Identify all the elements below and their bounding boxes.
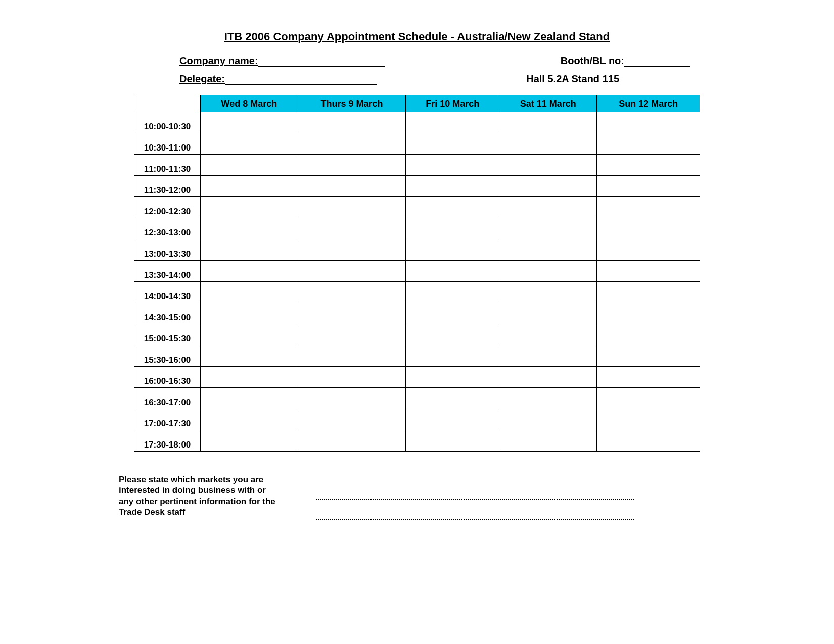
appointment-cell[interactable]: [298, 388, 406, 409]
appointment-cell[interactable]: [201, 218, 298, 239]
appointment-cell[interactable]: [201, 239, 298, 261]
appointment-cell[interactable]: [499, 303, 597, 324]
appointment-cell[interactable]: [597, 324, 700, 345]
appointment-cell[interactable]: [298, 324, 406, 345]
appointment-cell[interactable]: [298, 218, 406, 239]
appointment-cell[interactable]: [499, 239, 597, 261]
appointment-cell[interactable]: [298, 197, 406, 218]
appointment-cell[interactable]: [298, 112, 406, 133]
appointment-cell[interactable]: [406, 176, 499, 197]
timeslot-label: 10:30-11:00: [134, 133, 201, 155]
document-title: ITB 2006 Company Appointment Schedule - …: [114, 30, 720, 43]
appointment-cell[interactable]: [406, 430, 499, 452]
appointment-cell[interactable]: [201, 324, 298, 345]
appointment-cell[interactable]: [499, 409, 597, 430]
appointment-cell[interactable]: [499, 388, 597, 409]
appointment-cell[interactable]: [406, 197, 499, 218]
appointment-cell[interactable]: [597, 197, 700, 218]
appointment-cell[interactable]: [597, 409, 700, 430]
delegate-field[interactable]: [225, 73, 377, 85]
appointment-cell[interactable]: [201, 261, 298, 282]
appointment-cell[interactable]: [597, 430, 700, 452]
appointment-cell[interactable]: [597, 367, 700, 388]
appointment-cell[interactable]: [201, 282, 298, 303]
appointment-cell[interactable]: [406, 324, 499, 345]
appointment-cell[interactable]: [298, 176, 406, 197]
appointment-cell[interactable]: [499, 155, 597, 176]
appointment-cell[interactable]: [201, 430, 298, 452]
appointment-cell[interactable]: [298, 409, 406, 430]
table-row: 10:30-11:00: [134, 133, 700, 155]
appointment-cell[interactable]: [298, 133, 406, 155]
appointment-cell[interactable]: [597, 133, 700, 155]
appointment-cell[interactable]: [597, 176, 700, 197]
appointment-cell[interactable]: [201, 133, 298, 155]
appointment-cell[interactable]: [201, 367, 298, 388]
timeslot-label: 13:00-13:30: [134, 239, 201, 261]
appointment-cell[interactable]: [597, 345, 700, 367]
appointment-cell[interactable]: [499, 367, 597, 388]
dotted-line[interactable]: [316, 519, 634, 520]
appointment-cell[interactable]: [201, 197, 298, 218]
appointment-cell[interactable]: [406, 388, 499, 409]
appointment-cell[interactable]: [201, 303, 298, 324]
appointment-cell[interactable]: [406, 155, 499, 176]
appointment-cell[interactable]: [597, 112, 700, 133]
table-row: 13:00-13:30: [134, 239, 700, 261]
table-row: 14:30-15:00: [134, 303, 700, 324]
hall-stand-text: Hall 5.2A Stand 115: [526, 73, 619, 85]
table-row: 11:30-12:00: [134, 176, 700, 197]
appointment-cell[interactable]: [201, 388, 298, 409]
appointment-cell[interactable]: [499, 430, 597, 452]
appointment-cell[interactable]: [298, 345, 406, 367]
table-row: 15:00-15:30: [134, 324, 700, 345]
appointment-cell[interactable]: [298, 261, 406, 282]
appointment-cell[interactable]: [201, 345, 298, 367]
appointment-cell[interactable]: [298, 239, 406, 261]
appointment-cell[interactable]: [406, 218, 499, 239]
company-name-field[interactable]: [258, 55, 385, 67]
dotted-line[interactable]: [316, 499, 634, 500]
appointment-cell[interactable]: [499, 345, 597, 367]
appointment-cell[interactable]: [499, 197, 597, 218]
appointment-cell[interactable]: [597, 218, 700, 239]
appointment-cell[interactable]: [597, 282, 700, 303]
appointment-cell[interactable]: [406, 133, 499, 155]
appointment-cell[interactable]: [298, 430, 406, 452]
appointment-cell[interactable]: [406, 367, 499, 388]
appointment-cell[interactable]: [298, 155, 406, 176]
appointment-cell[interactable]: [597, 261, 700, 282]
appointment-cell[interactable]: [499, 133, 597, 155]
appointment-cell[interactable]: [499, 112, 597, 133]
footer-lines: [316, 474, 634, 539]
appointment-cell[interactable]: [298, 367, 406, 388]
appointment-cell[interactable]: [597, 239, 700, 261]
table-row: 13:30-14:00: [134, 261, 700, 282]
appointment-cell[interactable]: [499, 324, 597, 345]
appointment-cell[interactable]: [201, 155, 298, 176]
appointment-cell[interactable]: [499, 218, 597, 239]
appointment-cell[interactable]: [499, 282, 597, 303]
timeslot-label: 15:00-15:30: [134, 324, 201, 345]
appointment-cell[interactable]: [499, 261, 597, 282]
appointment-cell[interactable]: [406, 112, 499, 133]
day-header: Wed 8 March: [201, 95, 298, 112]
appointment-cell[interactable]: [406, 239, 499, 261]
appointment-cell[interactable]: [406, 303, 499, 324]
appointment-cell[interactable]: [201, 409, 298, 430]
timeslot-label: 17:00-17:30: [134, 409, 201, 430]
appointment-cell[interactable]: [298, 282, 406, 303]
appointment-cell[interactable]: [406, 282, 499, 303]
appointment-cell[interactable]: [597, 303, 700, 324]
appointment-cell[interactable]: [406, 345, 499, 367]
appointment-cell[interactable]: [406, 261, 499, 282]
appointment-cell[interactable]: [298, 303, 406, 324]
appointment-cell[interactable]: [201, 176, 298, 197]
footer-note: Please state which markets you are inter…: [119, 474, 281, 539]
appointment-cell[interactable]: [597, 388, 700, 409]
appointment-cell[interactable]: [499, 176, 597, 197]
appointment-cell[interactable]: [597, 155, 700, 176]
appointment-cell[interactable]: [201, 112, 298, 133]
booth-field[interactable]: [624, 55, 690, 67]
appointment-cell[interactable]: [406, 409, 499, 430]
